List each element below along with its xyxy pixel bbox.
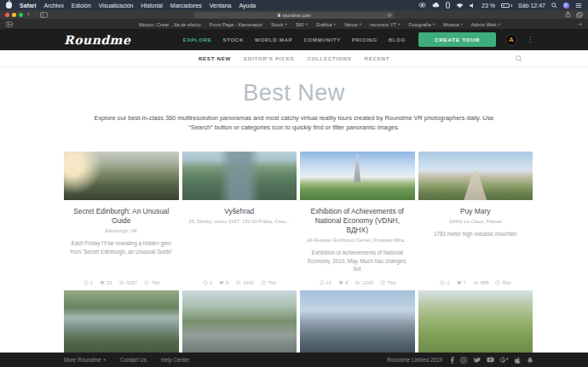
chevron-down-icon: ▾ <box>103 358 105 362</box>
bookmarks-bar: Motion: Crear ...lla de efecto Front Pag… <box>0 20 588 29</box>
menu-visualizacion[interactable]: Visualización <box>99 3 134 9</box>
nav-world-map[interactable]: WORLD MAP <box>255 37 292 43</box>
menubar-clock[interactable]: Sáb 12:47 <box>518 3 545 9</box>
comments-icon <box>320 280 325 285</box>
panorama-card[interactable]: Puy Mary 15400 Le Claux, France 1783 met… <box>418 152 533 295</box>
twitter-icon[interactable] <box>473 357 481 364</box>
add-tab-icon[interactable]: + <box>579 21 582 27</box>
roundme-logo[interactable]: Roundme <box>64 33 130 47</box>
close-window-button[interactable] <box>5 13 9 17</box>
nav-blog[interactable]: BLOG <box>389 37 406 43</box>
card-title[interactable]: Vyšehrad <box>188 207 291 216</box>
back-button[interactable]: ‹ <box>27 11 30 18</box>
page-title: Best New <box>0 80 588 106</box>
bookmark-folder-musica[interactable]: Musica▾ <box>443 22 463 27</box>
volume-icon[interactable] <box>470 3 476 9</box>
nav-pricing[interactable]: PRICING <box>352 37 378 43</box>
siri-icon[interactable] <box>563 3 569 9</box>
eye-status-icon[interactable] <box>418 3 426 8</box>
card-title[interactable]: Secret Edinburgh: An Unusual Guide <box>70 207 173 226</box>
bookmark-front-page[interactable]: Front Page - Kameratori <box>210 22 262 27</box>
bookmark-folder-360[interactable]: 360▾ <box>296 22 308 27</box>
bookmark-folder-varios[interactable]: Varios▾ <box>344 22 361 27</box>
menu-ayuda[interactable]: Ayuda <box>239 3 256 9</box>
notification-center-icon[interactable] <box>575 3 582 9</box>
card-location: Edinburgh, UK <box>70 228 173 235</box>
age-icon <box>495 280 500 285</box>
card-description: 1783 meter high volcanic mountain <box>424 230 527 238</box>
panorama-thumbnail[interactable] <box>182 290 297 353</box>
search-icon[interactable] <box>516 55 522 62</box>
social-links <box>450 357 533 364</box>
share-icon[interactable] <box>565 11 571 18</box>
googleplus-icon[interactable] <box>500 357 509 363</box>
cloud-status-icon[interactable] <box>432 3 440 8</box>
footer-more-roundme[interactable]: More Roundme▾ <box>64 357 106 363</box>
likes-icon <box>219 280 224 285</box>
panorama-thumbnail[interactable] <box>182 152 297 200</box>
bookmark-folder-fotografia[interactable]: Fotografía▾ <box>408 22 435 27</box>
panorama-thumbnail[interactable] <box>64 290 179 353</box>
user-avatar[interactable]: A <box>505 34 517 46</box>
menu-edicion[interactable]: Edición <box>72 3 91 9</box>
tab-recent[interactable]: RECENT <box>364 55 389 61</box>
spotlight-icon[interactable] <box>551 3 557 9</box>
panorama-thumbnail[interactable] <box>418 290 533 353</box>
apple-icon[interactable] <box>515 357 521 364</box>
menu-ventana[interactable]: Ventana <box>210 3 232 9</box>
sidebar-toggle-icon[interactable] <box>40 12 48 18</box>
minimize-window-button[interactable] <box>12 13 16 17</box>
nav-community[interactable]: COMMUNITY <box>303 37 341 43</box>
panorama-card[interactable]: Secret Edinburgh: An Unusual Guide Edinb… <box>64 152 179 295</box>
panorama-card[interactable]: Vyšehrad 25, Dětský ostrov 3197, 150 00 … <box>182 152 297 295</box>
battery-percent: 23 % <box>481 3 495 9</box>
lock-icon <box>277 13 280 17</box>
footer-help-center[interactable]: Help Center <box>161 357 190 363</box>
youtube-icon[interactable] <box>487 357 494 363</box>
card-title[interactable]: Puy Mary <box>424 207 527 216</box>
main-nav: EXPLORE STOCK WORLD MAP COMMUNITY PRICIN… <box>183 37 406 43</box>
instagram-icon[interactable] <box>460 357 467 364</box>
bookmark-folder-recursos-yt[interactable]: recursos YT▾ <box>370 22 400 27</box>
zoom-window-button[interactable] <box>19 13 23 17</box>
panorama-thumbnail[interactable] <box>418 152 533 200</box>
tabs-overview-icon[interactable] <box>576 12 583 18</box>
android-icon[interactable] <box>527 357 533 364</box>
device-status-icon[interactable] <box>446 2 450 9</box>
site-header: Roundme EXPLORE STOCK WORLD MAP COMMUNIT… <box>0 29 588 50</box>
forward-button[interactable]: › <box>34 11 37 18</box>
apple-logo-icon[interactable] <box>6 2 12 9</box>
card-location: All-Russian Exhibition Center, Prospekt … <box>306 238 409 244</box>
panorama-card[interactable]: Exhibition of Achievements of National E… <box>300 152 415 295</box>
footer-contact-us[interactable]: Contact Us <box>120 357 147 363</box>
panorama-thumbnail[interactable] <box>300 290 415 353</box>
reload-icon[interactable]: ⟳ <box>387 12 391 18</box>
nav-explore[interactable]: EXPLORE <box>183 37 212 43</box>
panorama-thumbnail[interactable] <box>300 152 415 200</box>
menu-marcadores[interactable]: Marcadores <box>170 3 202 9</box>
tab-collections[interactable]: COLLECTIONS <box>307 55 351 61</box>
age-icon <box>261 280 266 285</box>
age-icon <box>144 280 149 285</box>
bookmark-folder-stock[interactable]: Stock▾ <box>271 22 287 27</box>
bookmarks-sidebar-icon[interactable] <box>6 21 13 27</box>
menu-historial[interactable]: Historial <box>141 3 163 9</box>
facebook-icon[interactable] <box>450 357 454 364</box>
menu-archivo[interactable]: Archivo <box>43 3 63 9</box>
tab-best-new[interactable]: BEST NEW <box>199 55 231 61</box>
menu-safari[interactable]: Safari <box>20 3 36 9</box>
nav-stock[interactable]: STOCK <box>222 37 244 43</box>
views-icon <box>473 280 479 285</box>
panorama-thumbnail[interactable] <box>64 152 179 200</box>
wifi-icon[interactable] <box>456 3 464 9</box>
bookmark-folder-admin-web[interactable]: Admin Web▾ <box>471 22 500 27</box>
bookmark-motion[interactable]: Motion: Crear ...lla de efecto <box>139 22 201 27</box>
card-title[interactable]: Exhibition of Achievements of National E… <box>306 207 409 235</box>
likes-icon <box>100 280 105 285</box>
tab-editors-picks[interactable]: EDITOR'S PICKS <box>244 55 294 61</box>
bookmark-folder-grafica[interactable]: Gráfica▾ <box>316 22 336 27</box>
comments-icon <box>440 280 445 285</box>
address-bar[interactable]: roundme.com ⟳ <box>194 12 395 19</box>
create-tour-button[interactable]: CREATE TOUR <box>418 32 496 47</box>
more-menu-icon[interactable]: ⋮ <box>527 36 533 43</box>
